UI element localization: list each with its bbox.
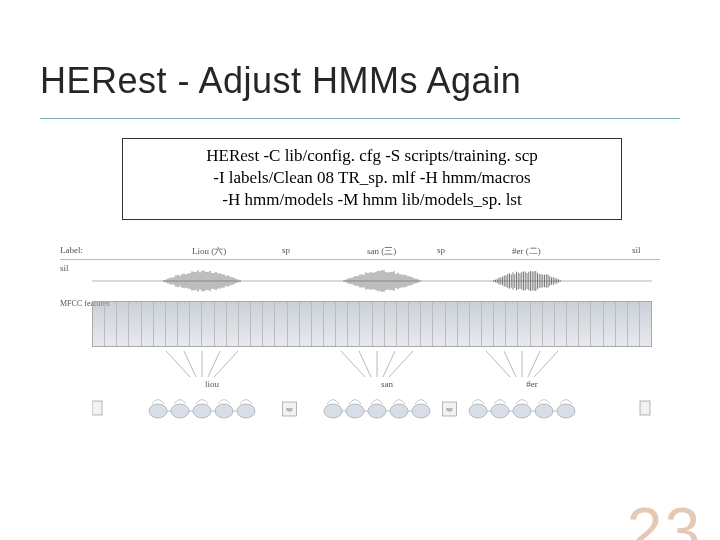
spectrogram-stripe xyxy=(530,302,542,346)
waveform-row: sil xyxy=(60,261,660,297)
spectrogram-stripe xyxy=(505,302,517,346)
spectrogram-stripe xyxy=(347,302,359,346)
spectrogram-stripe xyxy=(165,302,177,346)
spectrogram-stripe xyxy=(554,302,566,346)
spectrogram-stripe xyxy=(359,302,371,346)
svg-point-151 xyxy=(368,404,386,418)
top-token: san (三) xyxy=(367,245,396,258)
spectrogram-stripe xyxy=(566,302,578,346)
fan-word-label: #er xyxy=(526,379,538,389)
label-caption: Label: xyxy=(60,245,83,255)
spectrogram-stripe xyxy=(299,302,311,346)
command-line-3: -H hmm/models -M hmm lib/models_sp. lst xyxy=(137,189,607,211)
spectrogram-stripe xyxy=(578,302,590,346)
spectrogram-stripe xyxy=(590,302,602,346)
svg-point-138 xyxy=(149,404,167,418)
spectrogram-stripe xyxy=(469,302,481,346)
spectrogram-stripe xyxy=(250,302,262,346)
top-token: #er (二) xyxy=(512,245,541,258)
svg-point-153 xyxy=(390,404,408,418)
spectrogram-stripe xyxy=(432,302,444,346)
fan-svg xyxy=(92,351,652,391)
spectrogram-stripe xyxy=(517,302,529,346)
fan-word-label: liou xyxy=(205,379,219,389)
hmm-state-row: spsp xyxy=(60,391,660,425)
page-title: HERest - Adjust HMMs Again xyxy=(40,60,521,102)
spectrogram-stripe xyxy=(201,302,213,346)
spectrogram-stripe xyxy=(287,302,299,346)
svg-point-144 xyxy=(215,404,233,418)
svg-point-160 xyxy=(513,404,531,418)
top-token: Liou (六) xyxy=(192,245,226,258)
svg-line-131 xyxy=(486,351,510,377)
spectrogram-stripe xyxy=(128,302,140,346)
svg-point-162 xyxy=(535,404,553,418)
svg-line-132 xyxy=(504,351,516,377)
spectrogram-stripe xyxy=(274,302,286,346)
spectrogram-stripe xyxy=(141,302,153,346)
hmm-diagram: Label: Liou (六)spsan (三)sp#er (二)sil sil… xyxy=(60,245,660,425)
svg-rect-136 xyxy=(92,401,102,415)
spectrogram-stripe xyxy=(627,302,639,346)
svg-point-149 xyxy=(346,404,364,418)
svg-line-134 xyxy=(528,351,540,377)
svg-line-122 xyxy=(184,351,196,377)
spectrogram-stripe xyxy=(372,302,384,346)
svg-point-155 xyxy=(412,404,430,418)
spectrogram-stripe xyxy=(384,302,396,346)
svg-line-130 xyxy=(389,351,413,377)
spectrogram-stripe xyxy=(104,302,116,346)
waveform-left-label: sil xyxy=(60,263,69,273)
svg-point-146 xyxy=(237,404,255,418)
svg-line-124 xyxy=(208,351,220,377)
spectrogram-stripe xyxy=(481,302,493,346)
top-token: sp xyxy=(437,245,445,255)
title-underline xyxy=(40,118,680,119)
spectrogram-stripe xyxy=(639,302,651,346)
spectrogram-stripe xyxy=(335,302,347,346)
spectrogram-stripe xyxy=(226,302,238,346)
svg-rect-137 xyxy=(640,401,650,415)
svg-line-129 xyxy=(383,351,395,377)
top-token: sp xyxy=(282,245,290,255)
command-line-2: -I labels/Clean 08 TR_sp. mlf -H hmm/mac… xyxy=(137,167,607,189)
svg-point-140 xyxy=(171,404,189,418)
spectrogram-stripe xyxy=(177,302,189,346)
svg-point-164 xyxy=(557,404,575,418)
spectrogram-stripe xyxy=(542,302,554,346)
spectrogram-stripe xyxy=(93,302,104,346)
svg-line-135 xyxy=(534,351,558,377)
slide: HERest - Adjust HMMs Again HERest -C lib… xyxy=(0,0,720,540)
spectrogram-stripe xyxy=(323,302,335,346)
spectrogram-row: MFCC features xyxy=(60,297,660,351)
svg-point-147 xyxy=(324,404,342,418)
svg-text:sp: sp xyxy=(446,406,453,412)
svg-point-142 xyxy=(193,404,211,418)
svg-point-156 xyxy=(469,404,487,418)
spectrogram-stripe xyxy=(493,302,505,346)
spectrogram-stripe xyxy=(238,302,250,346)
svg-line-126 xyxy=(341,351,365,377)
spectrogram-stripes xyxy=(92,301,652,347)
hmm-svg: spsp xyxy=(92,393,652,423)
svg-point-158 xyxy=(491,404,509,418)
top-token: sil xyxy=(632,245,641,255)
page-number: 23 xyxy=(627,494,702,540)
diagram-top-rule xyxy=(60,259,660,260)
waveform-svg xyxy=(92,269,652,293)
spectrogram-stripe xyxy=(116,302,128,346)
svg-text:sp: sp xyxy=(286,406,293,412)
spectrogram-stripe xyxy=(445,302,457,346)
fan-lines: liousan#er xyxy=(60,351,660,391)
spectrogram-stripe xyxy=(615,302,627,346)
spectrogram-stripe xyxy=(420,302,432,346)
spectrogram-stripe xyxy=(408,302,420,346)
svg-line-125 xyxy=(214,351,238,377)
spectrogram-stripe xyxy=(396,302,408,346)
spectrogram-stripe xyxy=(311,302,323,346)
fan-word-label: san xyxy=(381,379,393,389)
spectrogram-stripe xyxy=(189,302,201,346)
svg-line-127 xyxy=(359,351,371,377)
spectrogram-stripe xyxy=(214,302,226,346)
spectrogram-stripe xyxy=(457,302,469,346)
